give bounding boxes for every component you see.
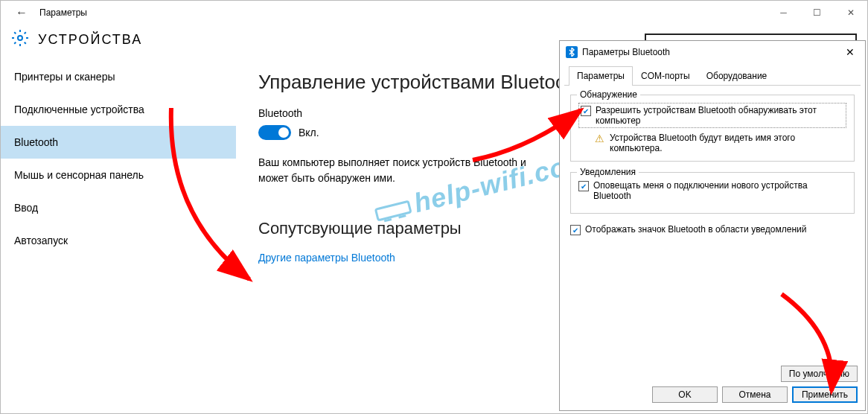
- sidebar-item-bluetooth[interactable]: Bluetooth: [1, 126, 236, 159]
- discovery-group: Обнаружение ✔ Разрешить устройствам Blue…: [570, 95, 855, 162]
- showicon-checkbox[interactable]: ✔: [570, 225, 581, 235]
- tab-com-ports[interactable]: COM-порты: [633, 66, 698, 85]
- titlebar: ← Параметры ─ ☐ ✕: [1, 1, 867, 25]
- status-text: Ваш компьютер выполняет поиск устройств …: [258, 155, 556, 186]
- toggle-state: Вкл.: [299, 127, 319, 138]
- notify-checkbox[interactable]: ✔: [578, 181, 589, 191]
- notifications-group: Уведомления ✔ Оповещать меня о подключен…: [570, 172, 855, 214]
- dialog-footer: По умолчанию OK Отмена Применить: [560, 361, 865, 410]
- bluetooth-toggle[interactable]: [258, 125, 291, 140]
- showicon-checkbox-label: Отображать значок Bluetooth в области ув…: [585, 224, 806, 235]
- dialog-titlebar: Параметры Bluetooth ✕: [560, 41, 865, 63]
- sidebar-item-input[interactable]: Ввод: [1, 191, 236, 224]
- notify-checkbox-label: Оповещать меня о подключении нового устр…: [593, 180, 846, 201]
- cancel-button[interactable]: Отмена: [722, 386, 788, 403]
- dialog-tabs: Параметры COM-порты Оборудование: [564, 63, 861, 86]
- defaults-button[interactable]: По умолчанию: [781, 366, 858, 382]
- sidebar-item-mouse[interactable]: Мышь и сенсорная панель: [1, 159, 236, 191]
- maximize-button[interactable]: ☐: [800, 1, 834, 25]
- discovery-label: Обнаружение: [577, 89, 640, 100]
- page-header: УСТРОЙСТВА: [38, 32, 142, 48]
- notifications-label: Уведомления: [577, 167, 639, 177]
- bluetooth-dialog: Параметры Bluetooth ✕ Параметры COM-порт…: [559, 40, 866, 411]
- tab-hardware[interactable]: Оборудование: [698, 66, 776, 85]
- tab-parameters[interactable]: Параметры: [569, 66, 633, 86]
- close-button[interactable]: ✕: [834, 1, 867, 25]
- bluetooth-icon: [566, 46, 578, 58]
- svg-point-0: [18, 36, 22, 40]
- dialog-body: Обнаружение ✔ Разрешить устройствам Blue…: [560, 86, 865, 361]
- minimize-button[interactable]: ─: [767, 1, 800, 25]
- sidebar-item-autostart[interactable]: Автозапуск: [1, 224, 236, 257]
- ok-button[interactable]: OK: [652, 386, 718, 403]
- dialog-close-button[interactable]: ✕: [835, 41, 865, 63]
- sidebar-item-connected[interactable]: Подключенные устройства: [1, 93, 236, 126]
- dialog-title: Параметры Bluetooth: [582, 47, 670, 57]
- discovery-checkbox-label: Разрешить устройствам Bluetooth обнаружи…: [596, 105, 844, 126]
- sidebar-item-printers[interactable]: Принтеры и сканеры: [1, 60, 236, 93]
- apply-button[interactable]: Применить: [792, 386, 858, 403]
- discovery-checkbox[interactable]: ✔: [581, 106, 591, 116]
- gear-icon: [11, 29, 29, 50]
- sidebar: Принтеры и сканеры Подключенные устройст…: [1, 60, 236, 274]
- back-button[interactable]: ←: [7, 1, 36, 25]
- window-title: Параметры: [39, 7, 87, 18]
- discovery-warning: Устройства Bluetooth будут видеть имя эт…: [610, 133, 846, 153]
- warning-icon: ⚠: [593, 133, 605, 144]
